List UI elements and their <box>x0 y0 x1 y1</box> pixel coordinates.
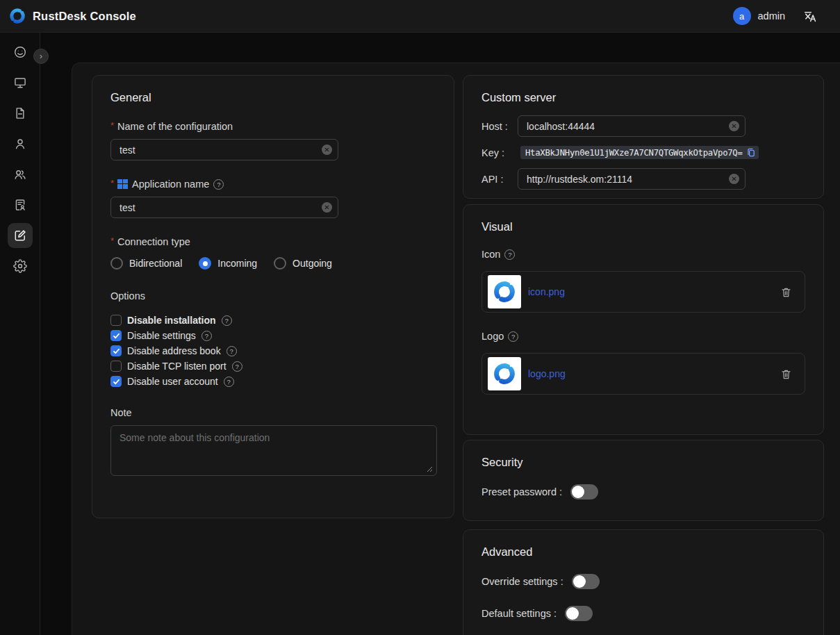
sidebar-item-custom-clients[interactable] <box>8 223 33 248</box>
document-person-icon <box>13 198 27 212</box>
api-row: API : ✕ <box>481 168 805 190</box>
sidebar-item-dashboard[interactable] <box>8 40 33 65</box>
key-value-chip: HtaXBkJNHyn0e1U1jWXze7A7CN7QTGWqxkOtpaVp… <box>520 146 759 159</box>
avatar[interactable]: a <box>733 7 751 25</box>
config-name-input[interactable] <box>110 139 338 160</box>
app-title: RustDesk Console <box>33 10 136 23</box>
radio-incoming[interactable]: Incoming <box>199 257 257 270</box>
user-icon <box>13 137 27 151</box>
icon-file-link[interactable]: icon.png <box>528 286 565 297</box>
general-card: General * Name of the configuration ✕ * … <box>92 75 454 518</box>
monitor-icon <box>13 76 27 90</box>
rustdesk-logo-icon <box>492 361 517 386</box>
api-field: ✕ <box>518 168 746 190</box>
override-settings-toggle[interactable] <box>572 574 600 589</box>
option-disable-settings[interactable]: Disable settings ? <box>110 328 436 343</box>
help-icon[interactable]: ? <box>508 331 518 342</box>
advanced-title: Advanced <box>481 545 805 559</box>
api-input[interactable] <box>518 168 746 190</box>
api-label: API : <box>481 174 518 185</box>
custom-server-card: Custom server Host : ✕ Key : HtaXBkJNHyn… <box>463 75 824 199</box>
default-settings-row: Default settings : <box>481 606 805 621</box>
sidebar-item-groups[interactable] <box>8 162 33 187</box>
host-row: Host : ✕ <box>481 115 805 137</box>
sidebar-item-logs[interactable] <box>8 101 33 126</box>
radio-bidirectional[interactable]: Bidirectional <box>110 257 182 270</box>
edit-square-icon <box>13 229 27 242</box>
checkbox-icon[interactable] <box>110 315 122 326</box>
key-label: Key : <box>481 147 518 158</box>
clear-icon[interactable]: ✕ <box>322 202 332 213</box>
option-disable-tcp-listen-port[interactable]: Disable TCP listen port ? <box>110 358 436 374</box>
default-settings-label: Default settings : <box>481 608 557 619</box>
custom-server-title: Custom server <box>481 91 805 104</box>
key-row: Key : HtaXBkJNHyn0e1U1jWXze7A7CN7QTGWqxk… <box>481 146 805 159</box>
sidebar-item-devices[interactable] <box>8 70 33 95</box>
visual-title: Visual <box>481 220 805 233</box>
windows-icon <box>117 179 128 190</box>
required-asterisk: * <box>110 120 114 131</box>
radio-outgoing[interactable]: Outgoing <box>274 257 332 270</box>
sidebar-expand-button[interactable]: › <box>33 49 49 64</box>
radio-icon[interactable] <box>274 257 286 270</box>
logo-file-row: logo.png <box>481 353 805 395</box>
delete-icon-button[interactable] <box>780 286 792 298</box>
checkbox-icon[interactable] <box>110 361 122 372</box>
security-title: Security <box>481 456 805 469</box>
sidebar-item-audit[interactable] <box>8 192 33 217</box>
sidebar-item-users[interactable] <box>8 131 33 156</box>
clear-icon[interactable]: ✕ <box>729 174 739 184</box>
help-icon[interactable]: ? <box>504 249 515 260</box>
help-icon[interactable]: ? <box>201 331 212 341</box>
trash-icon <box>780 368 792 380</box>
option-disable-user-account[interactable]: Disable user account ? <box>110 374 436 389</box>
options-list: Disable installation ? Disable settings … <box>110 313 436 389</box>
help-icon[interactable]: ? <box>222 315 232 326</box>
note-textarea[interactable] <box>110 425 437 476</box>
smiley-icon <box>13 45 27 59</box>
trash-icon <box>780 286 792 298</box>
host-input[interactable] <box>518 115 746 137</box>
application-name-input[interactable] <box>110 197 338 218</box>
config-name-field: ✕ <box>110 139 338 160</box>
checkbox-icon[interactable] <box>110 330 122 341</box>
application-name-label: * Application name ? <box>110 179 436 190</box>
logo-file-link[interactable]: logo.png <box>528 368 566 379</box>
advanced-card: Advanced Override settings : Default set… <box>463 529 824 635</box>
checkbox-icon[interactable] <box>110 345 122 356</box>
main-content: General * Name of the configuration ✕ * … <box>72 63 840 635</box>
clear-icon[interactable]: ✕ <box>729 121 739 131</box>
option-disable-installation[interactable]: Disable installation ? <box>110 313 436 328</box>
document-icon <box>13 106 27 120</box>
help-icon[interactable]: ? <box>213 179 224 190</box>
radio-icon[interactable] <box>110 257 123 270</box>
preset-password-row: Preset password : <box>481 484 805 500</box>
override-settings-row: Override settings : <box>481 574 805 589</box>
username: admin <box>758 10 786 22</box>
logo-label: Logo ? <box>481 331 805 342</box>
help-icon[interactable]: ? <box>227 346 237 356</box>
connection-type-radios: Bidirectional Incoming Outgoing <box>110 257 436 270</box>
sidebar <box>0 33 40 635</box>
host-field: ✕ <box>518 115 746 137</box>
preset-password-toggle[interactable] <box>570 484 598 500</box>
help-icon[interactable]: ? <box>224 377 234 387</box>
clear-icon[interactable]: ✕ <box>322 145 332 155</box>
option-disable-address-book[interactable]: Disable address book ? <box>110 343 436 358</box>
application-name-field: ✕ <box>110 197 338 218</box>
checkbox-icon[interactable] <box>110 376 122 387</box>
default-settings-toggle[interactable] <box>565 606 593 621</box>
help-icon[interactable]: ? <box>232 361 242 372</box>
copy-button[interactable] <box>746 147 756 158</box>
radio-icon[interactable] <box>199 257 211 270</box>
language-button[interactable] <box>803 9 818 24</box>
sidebar-item-settings[interactable] <box>8 254 33 279</box>
options-label: Options <box>110 290 436 302</box>
user-menu[interactable]: a admin <box>733 7 786 25</box>
brand: RustDesk Console <box>8 7 136 25</box>
note-field <box>110 425 436 478</box>
icon-file-row: icon.png <box>481 271 805 313</box>
delete-logo-button[interactable] <box>780 368 792 380</box>
chevron-right-icon: › <box>40 51 42 60</box>
visual-card: Visual Icon ? icon.png Logo ? <box>463 204 824 435</box>
